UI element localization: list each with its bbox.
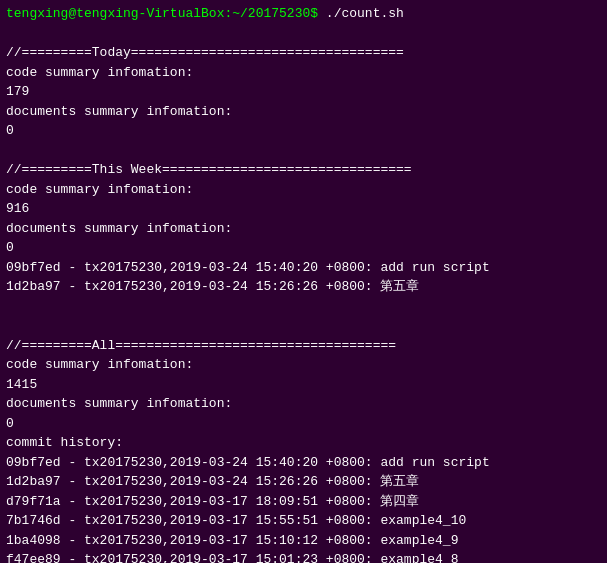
terminal-line-blank3 xyxy=(6,297,601,317)
terminal-line-commit-week-2: 1d2ba97 - tx20175230,2019-03-24 15:26:26… xyxy=(6,277,601,297)
terminal-line-commit-all-1: 09bf7ed - tx20175230,2019-03-24 15:40:20… xyxy=(6,453,601,473)
terminal-line-code-week-label: code summary infomation: xyxy=(6,180,601,200)
command-text: ./count.sh xyxy=(326,6,404,21)
terminal-line-commit-all-6: f47ee89 - tx20175230,2019-03-17 15:01:23… xyxy=(6,550,601,563)
terminal-line-blank1 xyxy=(6,24,601,44)
terminal-line-doc-all-label: documents summary infomation: xyxy=(6,394,601,414)
terminal-line-code-today-label: code summary infomation: xyxy=(6,63,601,83)
terminal-line-sep-today: //=========Today========================… xyxy=(6,43,601,63)
terminal-line-commit-history-label: commit history: xyxy=(6,433,601,453)
terminal-line-commit-all-5: 1ba4098 - tx20175230,2019-03-17 15:10:12… xyxy=(6,531,601,551)
terminal-line-prompt-line: tengxing@tengxing-VirtualBox:~/20175230$… xyxy=(6,4,601,24)
terminal-line-code-week-val: 916 xyxy=(6,199,601,219)
terminal-line-code-all-val: 1415 xyxy=(6,375,601,395)
terminal-line-sep-week: //=========This Week====================… xyxy=(6,160,601,180)
terminal-window: tengxing@tengxing-VirtualBox:~/20175230$… xyxy=(0,0,607,563)
terminal-line-doc-today-label: documents summary infomation: xyxy=(6,102,601,122)
terminal-line-code-all-label: code summary infomation: xyxy=(6,355,601,375)
prompt-text: tengxing@tengxing-VirtualBox:~/20175230$ xyxy=(6,6,326,21)
terminal-line-commit-week-1: 09bf7ed - tx20175230,2019-03-24 15:40:20… xyxy=(6,258,601,278)
terminal-line-doc-week-val: 0 xyxy=(6,238,601,258)
terminal-line-sep-all: //=========All==========================… xyxy=(6,336,601,356)
terminal-line-blank4 xyxy=(6,316,601,336)
terminal-line-doc-today-val: 0 xyxy=(6,121,601,141)
terminal-line-commit-all-3: d79f71a - tx20175230,2019-03-17 18:09:51… xyxy=(6,492,601,512)
terminal-line-blank2 xyxy=(6,141,601,161)
terminal-line-doc-all-val: 0 xyxy=(6,414,601,434)
terminal-line-doc-week-label: documents summary infomation: xyxy=(6,219,601,239)
terminal-line-commit-all-2: 1d2ba97 - tx20175230,2019-03-24 15:26:26… xyxy=(6,472,601,492)
terminal-line-code-today-val: 179 xyxy=(6,82,601,102)
terminal-line-commit-all-4: 7b1746d - tx20175230,2019-03-17 15:55:51… xyxy=(6,511,601,531)
